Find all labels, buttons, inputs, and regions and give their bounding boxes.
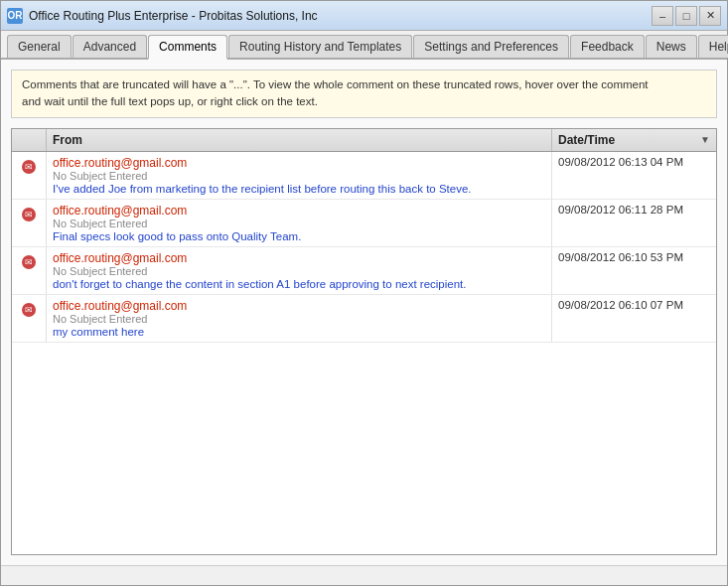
tab-news[interactable]: News (646, 35, 697, 58)
row-datetime: 09/08/2012 06:11 28 PM (552, 200, 716, 246)
table-row: ✉ office.routing@gmail.com No Subject En… (12, 200, 716, 247)
row-subject: No Subject Entered (53, 218, 545, 229)
row-comment: I've added Joe from marketing to the rec… (53, 183, 545, 195)
content-area: Comments that are truncated will have a … (1, 60, 727, 565)
icon-column-header (12, 129, 47, 151)
status-bar (1, 565, 727, 585)
row-subject: No Subject Entered (53, 313, 545, 325)
tab-settings[interactable]: Settings and Preferences (413, 35, 569, 58)
tab-feedback[interactable]: Feedback (570, 35, 645, 58)
info-box: Comments that are truncated will have a … (11, 70, 717, 118)
from-column-header: From (47, 129, 552, 151)
row-from: office.routing@gmail.com (53, 156, 545, 170)
title-bar-controls: – □ ✕ (652, 6, 721, 26)
tab-routing-history[interactable]: Routing History and Templates (228, 35, 412, 58)
tab-general[interactable]: General (7, 35, 72, 58)
row-datetime: 09/08/2012 06:10 07 PM (552, 295, 716, 342)
main-window: OR Office Routing Plus Enterprise - Prob… (0, 0, 728, 586)
title-bar: OR Office Routing Plus Enterprise - Prob… (1, 1, 727, 31)
row-icon-cell: ✉ (12, 295, 47, 342)
row-from: office.routing@gmail.com (53, 204, 545, 218)
tab-comments[interactable]: Comments (148, 35, 227, 60)
row-icon-cell: ✉ (12, 200, 47, 246)
row-content[interactable]: office.routing@gmail.com No Subject Ente… (47, 247, 552, 294)
row-subject: No Subject Entered (53, 265, 545, 277)
comments-table: From Date/Time ▼ ✉ office.routing@gmail.… (11, 128, 717, 556)
row-comment: my comment here (53, 326, 545, 338)
table-header: From Date/Time ▼ (12, 129, 716, 152)
row-content[interactable]: office.routing@gmail.com No Subject Ente… (47, 295, 552, 342)
info-line2: and wait until the full text pops up, or… (22, 95, 318, 107)
tab-bar: General Advanced Comments Routing Histor… (1, 31, 727, 60)
table-row: ✉ office.routing@gmail.com No Subject En… (12, 295, 716, 343)
window-title: Office Routing Plus Enterprise - Probita… (29, 9, 318, 23)
title-bar-left: OR Office Routing Plus Enterprise - Prob… (7, 8, 318, 24)
tab-advanced[interactable]: Advanced (73, 35, 147, 58)
close-button[interactable]: ✕ (699, 6, 721, 26)
sort-icon: ▼ (700, 134, 710, 145)
routing-icon: ✉ (22, 208, 36, 221)
info-line1: Comments that are truncated will have a … (22, 78, 649, 90)
maximize-button[interactable]: □ (675, 6, 697, 26)
table-row: ✉ office.routing@gmail.com No Subject En… (12, 247, 716, 295)
row-from: office.routing@gmail.com (53, 251, 545, 265)
routing-icon: ✉ (22, 255, 36, 269)
datetime-column-header[interactable]: Date/Time ▼ (552, 129, 716, 151)
row-icon-cell: ✉ (12, 247, 47, 294)
row-datetime: 09/08/2012 06:13 04 PM (552, 152, 716, 199)
table-row: ✉ office.routing@gmail.com No Subject En… (12, 152, 716, 200)
routing-icon: ✉ (22, 303, 36, 317)
app-icon: OR (7, 8, 23, 24)
row-content[interactable]: office.routing@gmail.com No Subject Ente… (47, 152, 552, 199)
row-from: office.routing@gmail.com (53, 299, 545, 313)
row-subject: No Subject Entered (53, 170, 545, 182)
minimize-button[interactable]: – (652, 6, 673, 26)
row-comment: don't forget to change the content in se… (53, 278, 545, 290)
row-icon-cell: ✉ (12, 152, 47, 199)
row-datetime: 09/08/2012 06:10 53 PM (552, 247, 716, 294)
row-comment: Final specs look good to pass onto Quali… (53, 230, 545, 242)
row-content[interactable]: office.routing@gmail.com No Subject Ente… (47, 200, 552, 246)
table-body: ✉ office.routing@gmail.com No Subject En… (12, 152, 716, 555)
tab-help[interactable]: Help (698, 35, 728, 58)
routing-icon: ✉ (22, 160, 36, 174)
